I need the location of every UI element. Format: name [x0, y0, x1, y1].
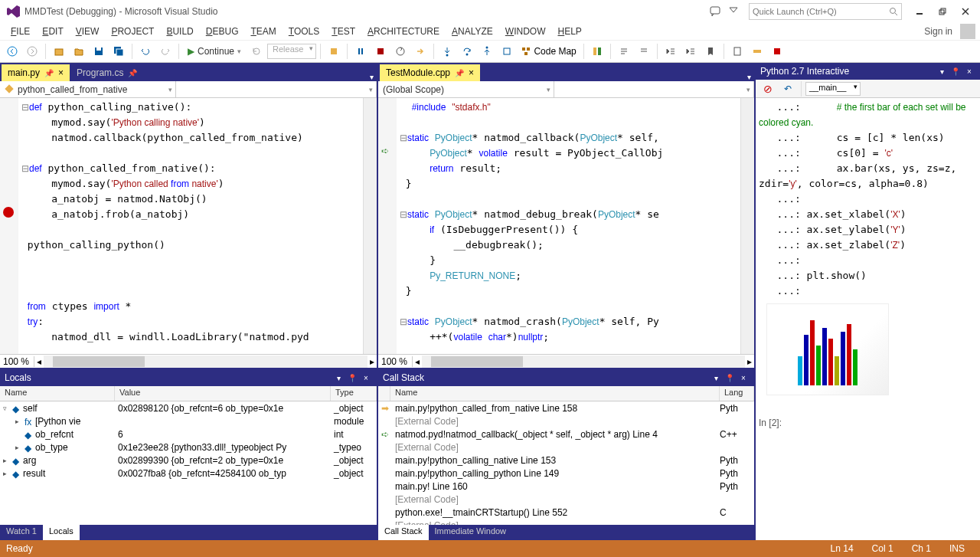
undo-button[interactable] [136, 42, 155, 61]
gutter[interactable] [0, 98, 18, 354]
tab-overflow-icon[interactable]: ▾ [747, 73, 751, 81]
pin-icon[interactable]: 📌 [44, 69, 54, 77]
panel-close-icon[interactable]: × [360, 372, 372, 384]
extension-button[interactable] [768, 42, 786, 61]
comment-button[interactable] [615, 42, 633, 61]
navigate-back-button[interactable] [3, 42, 21, 61]
callstack-row[interactable]: main.py!python_calling_python Line 149Py… [378, 467, 754, 480]
decrease-indent-button[interactable] [662, 42, 680, 61]
menu-project[interactable]: PROJECT [105, 25, 160, 38]
notifications-icon[interactable] [724, 2, 743, 21]
save-button[interactable] [90, 42, 108, 61]
close-button[interactable] [954, 2, 977, 21]
scope-dropdown[interactable]: __main__ [805, 82, 861, 96]
zoom-level[interactable]: 100 % [378, 356, 413, 367]
breakpoint-icon[interactable] [3, 207, 14, 218]
tab-locals[interactable]: Locals [43, 525, 80, 540]
pin-icon[interactable]: 📌 [128, 69, 137, 77]
callstack-row[interactable]: main.py!python_calling_native Line 153Py… [378, 454, 754, 467]
open-file-button[interactable] [70, 42, 88, 61]
new-project-button[interactable] [50, 42, 68, 61]
navigate-forward-button[interactable] [23, 42, 41, 61]
close-icon[interactable]: × [58, 67, 64, 78]
tab-main-py[interactable]: main.py 📌 × [2, 64, 70, 81]
callstack-row[interactable]: [External Code] [378, 441, 754, 454]
scroll-right-icon[interactable]: ▸ [368, 356, 377, 367]
scrollbar-vertical[interactable] [363, 98, 377, 354]
scrollbar-horizontal[interactable] [44, 355, 368, 368]
bookmark-button[interactable] [701, 42, 720, 61]
scrollbar-vertical[interactable] [740, 98, 754, 354]
code-editor-left[interactable]: ⊟def python_calling_native(): mymod.say(… [18, 98, 363, 354]
member-dropdown-right[interactable] [176, 81, 377, 97]
pause-button[interactable] [351, 42, 370, 61]
step-out-button[interactable] [478, 42, 496, 61]
col-name[interactable]: Name [390, 386, 720, 401]
pin-icon[interactable]: 📌 [455, 69, 464, 77]
uncomment-button[interactable] [635, 42, 653, 61]
scroll-right-icon[interactable]: ▸ [745, 356, 754, 367]
callstack-row[interactable]: python.exe!__tmainCRTStartup() Line 552C [378, 506, 754, 519]
menu-file[interactable]: FILE [5, 25, 36, 38]
scroll-left-icon[interactable]: ◂ [413, 356, 422, 367]
interactive-output[interactable]: ...: # the first bar of each set will be… [756, 98, 980, 540]
stop-button[interactable] [371, 42, 390, 61]
step-into-button[interactable] [438, 42, 456, 61]
panel-dropdown-icon[interactable]: ▾ [710, 372, 722, 384]
scroll-left-icon[interactable]: ◂ [34, 356, 44, 367]
tab-immediate[interactable]: Immediate Window [429, 525, 513, 540]
member-dropdown[interactable] [554, 81, 754, 97]
tab-testmodule-cpp[interactable]: TestModule.cpp 📌 × [380, 64, 480, 81]
restore-button[interactable] [931, 2, 954, 21]
member-dropdown-left[interactable]: python_called_from_native [0, 81, 176, 97]
save-all-button[interactable] [109, 42, 128, 61]
callstack-row[interactable]: ➡main.py!python_called_from_native Line … [378, 401, 754, 414]
col-type[interactable]: Type [331, 386, 377, 401]
tab-watch1[interactable]: Watch 1 [0, 525, 43, 540]
toggle-button[interactable] [748, 42, 766, 61]
col-value[interactable]: Value [115, 386, 331, 401]
sign-in-link[interactable]: Sign in [920, 26, 957, 37]
col-name[interactable]: Name [0, 386, 115, 401]
menu-analyze[interactable]: ANALYZE [446, 25, 499, 38]
panel-pin-icon[interactable]: 📍 [346, 372, 358, 384]
locals-row[interactable]: ▸◆ ob_type0x1e23ee28 {python33.dll!_type… [0, 441, 377, 454]
codemap-button[interactable]: Code Map [518, 46, 579, 57]
quick-launch-field[interactable] [753, 7, 889, 16]
configuration-dropdown[interactable]: Release [267, 44, 316, 59]
menu-help[interactable]: HELP [551, 25, 587, 38]
callstack-row[interactable]: [External Code] [378, 519, 754, 525]
panel-dropdown-icon[interactable]: ▾ [332, 372, 345, 384]
scope-dropdown[interactable]: (Global Scope) [378, 81, 554, 97]
callstack-row[interactable]: [External Code] [378, 493, 754, 506]
zoom-level[interactable]: 100 % [0, 356, 34, 367]
menu-debug[interactable]: DEBUG [200, 25, 245, 38]
menu-edit[interactable]: EDIT [36, 25, 69, 38]
menu-team[interactable]: TEAM [244, 25, 282, 38]
find-in-files-button[interactable] [728, 42, 746, 61]
menu-test[interactable]: TEST [325, 25, 361, 38]
locals-row[interactable]: ▸◆ arg0x02899390 {ob_refcnt=2 ob_type=0x… [0, 454, 377, 467]
callstack-row[interactable]: main.py! Line 160Pyth [378, 480, 754, 493]
callstack-row[interactable]: ➪natmod.pyd!natmod_callback(_object * se… [378, 428, 754, 441]
locals-row[interactable]: ▸fx [Python viemodule [0, 414, 377, 428]
continue-button[interactable]: ▶ Continue ▾ [183, 44, 246, 58]
panel-dropdown-icon[interactable]: ▾ [936, 65, 948, 77]
panel-pin-icon[interactable]: 📍 [949, 65, 962, 77]
process-button[interactable] [325, 42, 343, 61]
restart-button[interactable] [391, 42, 410, 61]
menu-architecture[interactable]: ARCHITECTURE [361, 25, 446, 38]
locals-row[interactable]: ▿◆ self0x02898120 {ob_refcnt=6 ob_type=0… [0, 401, 377, 414]
increase-indent-button[interactable] [681, 42, 700, 61]
menu-window[interactable]: WINDOW [499, 25, 552, 38]
code-editor-mid[interactable]: #include "stdafx.h" ⊟static PyObject* na… [397, 98, 740, 354]
show-next-statement-button[interactable] [411, 42, 430, 61]
menu-view[interactable]: VIEW [70, 25, 106, 38]
tab-callstack[interactable]: Call Stack [378, 525, 429, 540]
locals-row[interactable]: ▸◆ result0x0027fba8 {ob_refcnt=42584100 … [0, 467, 377, 480]
user-avatar-icon[interactable] [960, 24, 975, 39]
cancel-icon[interactable]: ⊘ [759, 80, 777, 98]
col-lang[interactable]: Lang [720, 386, 754, 401]
panel-close-icon[interactable]: × [963, 65, 975, 77]
reset-icon[interactable]: ↶ [779, 80, 797, 98]
